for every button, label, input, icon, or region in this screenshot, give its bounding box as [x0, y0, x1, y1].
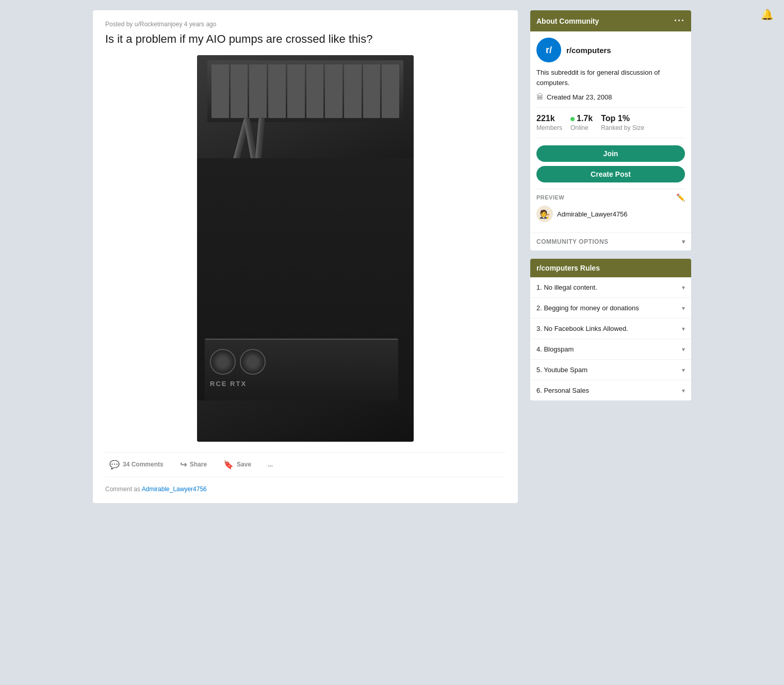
- gpu-fans: [205, 344, 271, 380]
- online-dot: [570, 117, 575, 121]
- community-avatar-text: r/: [546, 45, 552, 56]
- preview-label: PREVIEW ✏️: [536, 193, 685, 202]
- rule-item-3[interactable]: 3. No Facebook Links Allowed.▾: [530, 319, 691, 339]
- rules-card: r/computers Rules 1. No illegal content.…: [530, 259, 691, 400]
- cake-icon: 🏛: [536, 93, 544, 101]
- create-post-button[interactable]: Create Post: [536, 166, 685, 182]
- pc-case-photo: ASUS ROG RCE RTX: [197, 55, 414, 442]
- more-button[interactable]: ...: [264, 458, 277, 471]
- members-value: 221k: [536, 114, 562, 123]
- comments-button[interactable]: 💬 34 Comments: [105, 457, 168, 473]
- about-community-card: About Community ··· r/ r/computers This …: [530, 10, 691, 250]
- more-options-button[interactable]: ···: [674, 15, 685, 26]
- members-stat: 221k Members: [536, 114, 562, 131]
- chevron-down-icon: ▾: [682, 366, 685, 374]
- community-options-button[interactable]: COMMUNITY OPTIONS ▾: [530, 232, 691, 250]
- community-description: This subreddit is for general discussion…: [536, 68, 685, 88]
- rule-item-6[interactable]: 6. Personal Sales▾: [530, 380, 691, 400]
- aio-tubes: [238, 117, 269, 158]
- rule-text: 4. Blogspam: [536, 345, 574, 353]
- chevron-down-icon: ▾: [682, 305, 685, 312]
- rule-item-5[interactable]: 5. Youtube Spam▾: [530, 360, 691, 380]
- join-button[interactable]: Join: [536, 145, 685, 162]
- post-image: ASUS ROG RCE RTX: [197, 55, 414, 442]
- save-label: Save: [237, 461, 251, 468]
- rule-text: 1. No illegal content.: [536, 283, 597, 291]
- comment-as: Comment as Admirable_Lawyer4756: [105, 486, 505, 493]
- chevron-down-icon: ▾: [682, 238, 685, 245]
- comment-as-prefix: Comment as: [105, 486, 140, 493]
- bell-icon-container: 🔔: [761, 8, 774, 21]
- share-icon: ↪: [180, 460, 187, 470]
- rule-item-2[interactable]: 2. Begging for money or donations▾: [530, 298, 691, 319]
- comment-icon: 💬: [109, 460, 120, 470]
- post-title: Is it a problem if my AIO pumps are cros…: [105, 32, 505, 47]
- community-options-label: COMMUNITY OPTIONS: [536, 238, 609, 245]
- chevron-down-icon: ▾: [682, 325, 685, 332]
- ranked-label: Ranked by Size: [601, 124, 644, 131]
- online-stat: 1.7k Online: [570, 114, 593, 131]
- rule-text: 3. No Facebook Links Allowed.: [536, 325, 628, 332]
- online-label: Online: [570, 124, 593, 131]
- sidebar: About Community ··· r/ r/computers This …: [530, 10, 691, 503]
- online-value: 1.7k: [570, 114, 593, 123]
- edit-icon[interactable]: ✏️: [676, 193, 685, 202]
- radiator: [207, 60, 403, 122]
- radiator-fins: [207, 60, 403, 122]
- more-label: ...: [268, 461, 273, 468]
- preview-username: Admirable_Lawyer4756: [557, 210, 628, 218]
- chevron-down-icon: ▾: [682, 387, 685, 394]
- members-label: Members: [536, 124, 562, 131]
- bookmark-icon: 🔖: [223, 460, 234, 470]
- about-community-header: About Community ···: [530, 10, 691, 31]
- comment-as-user-link[interactable]: Admirable_Lawyer4756: [142, 486, 207, 493]
- community-name: r/computers: [566, 46, 611, 55]
- about-community-title: About Community: [536, 17, 599, 25]
- post-meta: Posted by u/Rocketmanjoey 4 years ago: [105, 21, 505, 28]
- rule-item-4[interactable]: 4. Blogspam▾: [530, 339, 691, 360]
- gpu: RCE RTX: [205, 339, 398, 400]
- rules-header: r/computers Rules: [530, 259, 691, 277]
- ranked-stat: Top 1% Ranked by Size: [601, 114, 644, 131]
- page-layout: 🔔 Posted by u/Rocketmanjoey 4 years ago …: [83, 0, 701, 513]
- chevron-down-icon: ▾: [682, 284, 685, 291]
- bell-icon[interactable]: 🔔: [761, 9, 774, 20]
- preview-section: PREVIEW ✏️ 🧑‍⚖️ Admirable_Lawyer4756: [536, 189, 685, 226]
- preview-user: 🧑‍⚖️ Admirable_Lawyer4756: [536, 206, 685, 222]
- rules-list: 1. No illegal content.▾2. Begging for mo…: [530, 277, 691, 400]
- community-created: 🏛 Created Mar 23, 2008: [536, 93, 685, 108]
- rule-text: 5. Youtube Spam: [536, 366, 587, 374]
- rule-text: 2. Begging for money or donations: [536, 304, 639, 312]
- ranked-value: Top 1%: [601, 114, 644, 123]
- community-avatar: r/: [536, 38, 561, 62]
- rule-text: 6. Personal Sales: [536, 387, 589, 394]
- main-content: 🔔 Posted by u/Rocketmanjoey 4 years ago …: [93, 10, 518, 503]
- chevron-down-icon: ▾: [682, 346, 685, 353]
- about-community-body: r/ r/computers This subreddit is for gen…: [530, 31, 691, 232]
- gpu-label: RCE RTX: [210, 380, 247, 388]
- action-bar: 💬 34 Comments ↪ Share 🔖 Save ...: [105, 452, 505, 477]
- community-info: r/ r/computers: [536, 38, 685, 62]
- stats-row: 221k Members 1.7k Online Top 1% Ranked b…: [536, 114, 685, 138]
- comments-label: 34 Comments: [123, 461, 164, 468]
- user-avatar: 🧑‍⚖️: [536, 206, 553, 222]
- post-image-container: ASUS ROG RCE RTX: [105, 55, 505, 442]
- save-button[interactable]: 🔖 Save: [219, 457, 255, 473]
- rule-item-1[interactable]: 1. No illegal content.▾: [530, 277, 691, 298]
- created-date: Created Mar 23, 2008: [547, 93, 612, 101]
- share-button[interactable]: ↪ Share: [176, 457, 211, 473]
- share-label: Share: [190, 461, 207, 468]
